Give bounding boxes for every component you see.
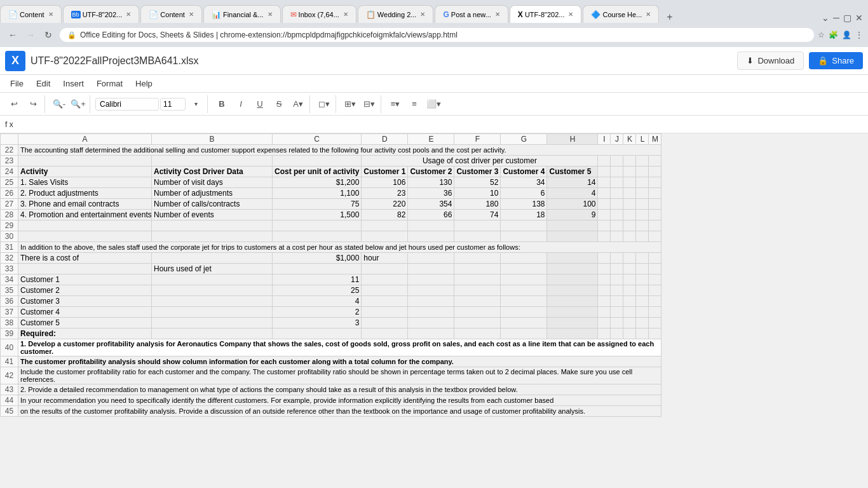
settings-icon[interactable]: ⋮ xyxy=(855,30,863,39)
cell-k29[interactable] xyxy=(623,220,636,231)
cell-c23[interactable] xyxy=(273,156,362,166)
cell-a31[interactable]: In addition to the above, the sales staf… xyxy=(18,242,661,253)
cell-a24[interactable]: Activity xyxy=(18,166,152,177)
cell-h28[interactable]: 9 xyxy=(547,210,598,220)
cell-g38[interactable] xyxy=(501,318,547,329)
cell-l37[interactable] xyxy=(636,307,649,318)
cell-k24[interactable] xyxy=(623,166,636,177)
cell-h37[interactable] xyxy=(547,307,598,318)
italic-button[interactable]: I xyxy=(232,95,250,113)
cell-i39[interactable] xyxy=(598,329,611,339)
cell-a23[interactable] xyxy=(18,156,152,166)
cell-j35[interactable] xyxy=(611,285,623,296)
cell-l23[interactable] xyxy=(636,156,649,166)
cell-m38[interactable] xyxy=(649,318,661,329)
cell-b29[interactable] xyxy=(152,220,273,231)
cell-d39[interactable] xyxy=(362,329,408,339)
zoom-in-button[interactable]: 🔍+ xyxy=(69,95,87,113)
cell-i34[interactable] xyxy=(598,274,611,285)
cell-f26[interactable]: 10 xyxy=(454,188,501,199)
col-header-k[interactable]: K xyxy=(623,134,636,145)
cell-g39[interactable] xyxy=(501,329,547,339)
cell-a43[interactable]: 2. Provide a detailed recommendation to … xyxy=(18,384,661,395)
font-size-down-button[interactable]: ▾ xyxy=(187,95,205,113)
cell-e29[interactable] xyxy=(408,220,454,231)
cell-h32[interactable] xyxy=(547,253,598,264)
menu-help[interactable]: Help xyxy=(130,77,158,90)
cell-j23[interactable] xyxy=(611,156,623,166)
cell-a33[interactable] xyxy=(18,264,152,274)
cell-e24[interactable]: Customer 2 xyxy=(408,166,454,177)
cell-j25[interactable] xyxy=(611,177,623,188)
maximize-button[interactable]: ▢ xyxy=(843,13,851,23)
cell-k26[interactable] xyxy=(623,188,636,199)
cell-j37[interactable] xyxy=(611,307,623,318)
close-tab-icon[interactable]: ✕ xyxy=(126,11,131,18)
cell-b24[interactable]: Activity Cost Driver Data xyxy=(152,166,273,177)
cell-b38[interactable] xyxy=(152,318,273,329)
cell-d34[interactable] xyxy=(362,274,408,285)
share-button[interactable]: 🔒 Share xyxy=(809,52,863,69)
menu-file[interactable]: File xyxy=(5,77,29,90)
cell-f35[interactable] xyxy=(454,285,501,296)
tab-list-button[interactable]: ⌄ xyxy=(822,13,829,23)
cell-l28[interactable] xyxy=(636,210,649,220)
cell-m26[interactable] xyxy=(649,188,661,199)
cell-k38[interactable] xyxy=(623,318,636,329)
undo-button[interactable]: ↩ xyxy=(5,95,23,113)
cell-k39[interactable] xyxy=(623,329,636,339)
cell-j38[interactable] xyxy=(611,318,623,329)
cell-l27[interactable] xyxy=(636,199,649,210)
cell-k23[interactable] xyxy=(623,156,636,166)
bookmark-icon[interactable]: ☆ xyxy=(818,30,825,39)
cell-d25[interactable]: 106 xyxy=(362,177,408,188)
cell-f39[interactable] xyxy=(454,329,501,339)
cell-l34[interactable] xyxy=(636,274,649,285)
cell-c36[interactable]: 4 xyxy=(273,296,362,307)
cell-b25[interactable]: Number of visit days xyxy=(152,177,273,188)
cell-j26[interactable] xyxy=(611,188,623,199)
merge-button[interactable]: ⊟▾ xyxy=(360,95,378,113)
cell-a34[interactable]: Customer 1 xyxy=(18,274,152,285)
cell-b32[interactable] xyxy=(152,253,273,264)
cell-l39[interactable] xyxy=(636,329,649,339)
cell-j36[interactable] xyxy=(611,296,623,307)
cell-f24[interactable]: Customer 3 xyxy=(454,166,501,177)
tab-wedding[interactable]: 📋 Wedding 2... ✕ xyxy=(358,5,434,23)
cell-c32[interactable]: $1,000 xyxy=(273,253,362,264)
cell-a40[interactable]: 1. Develop a customer profitability anal… xyxy=(18,339,661,356)
cell-m35[interactable] xyxy=(649,285,661,296)
cell-g37[interactable] xyxy=(501,307,547,318)
cell-b39[interactable] xyxy=(152,329,273,339)
menu-edit[interactable]: Edit xyxy=(31,77,55,90)
cell-a28[interactable]: 4. Promotion and entertainment events xyxy=(18,210,152,220)
cell-f28[interactable]: 74 xyxy=(454,210,501,220)
cell-c27[interactable]: 75 xyxy=(273,199,362,210)
close-tab-icon[interactable]: ✕ xyxy=(568,11,573,18)
cell-c38[interactable]: 3 xyxy=(273,318,362,329)
cell-a42[interactable]: Include the customer profitability ratio… xyxy=(18,367,661,384)
cell-a22[interactable]: The accounting staff determined the addi… xyxy=(18,145,661,156)
cell-c39[interactable] xyxy=(273,329,362,339)
cell-f32[interactable] xyxy=(454,253,501,264)
cell-m24[interactable] xyxy=(649,166,661,177)
cell-b23[interactable] xyxy=(152,156,273,166)
cell-l29[interactable] xyxy=(636,220,649,231)
cell-f29[interactable] xyxy=(454,220,501,231)
cell-i32[interactable] xyxy=(598,253,611,264)
cell-h25[interactable]: 14 xyxy=(547,177,598,188)
cell-e38[interactable] xyxy=(408,318,454,329)
close-tab-icon[interactable]: ✕ xyxy=(189,11,194,18)
cell-m28[interactable] xyxy=(649,210,661,220)
tab-content-1[interactable]: 📄 Content ✕ xyxy=(0,5,62,23)
cell-a38[interactable]: Customer 5 xyxy=(18,318,152,329)
cell-g33[interactable] xyxy=(501,264,547,274)
cell-a32[interactable]: There is a cost of xyxy=(18,253,152,264)
minimize-button[interactable]: ─ xyxy=(833,13,839,23)
borders-button[interactable]: ⊞▾ xyxy=(341,95,359,113)
cell-i30[interactable] xyxy=(598,231,611,242)
cell-m36[interactable] xyxy=(649,296,661,307)
cell-g36[interactable] xyxy=(501,296,547,307)
cell-k36[interactable] xyxy=(623,296,636,307)
cell-j39[interactable] xyxy=(611,329,623,339)
